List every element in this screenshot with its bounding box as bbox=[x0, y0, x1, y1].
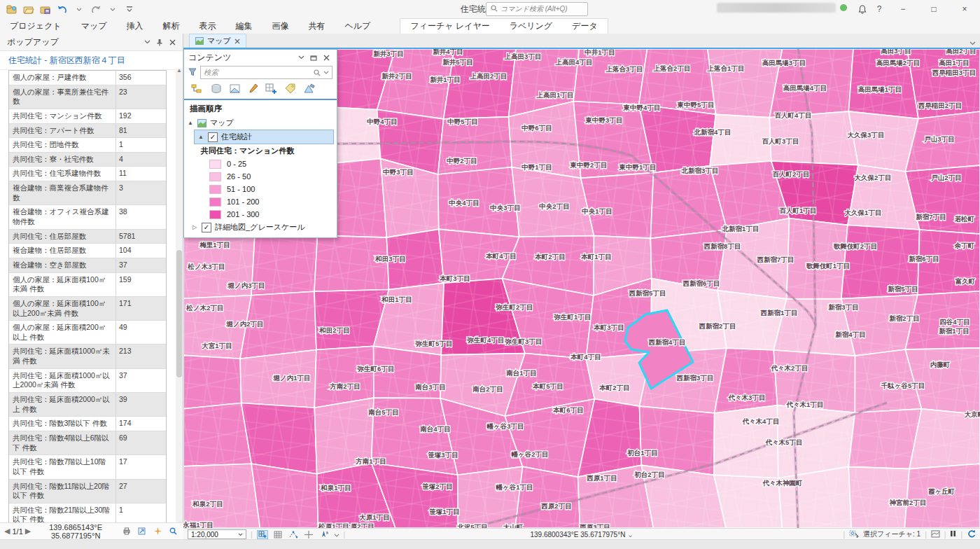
list-by-selection-icon[interactable] bbox=[230, 83, 241, 96]
expand-collapse-icon[interactable]: ▲ bbox=[187, 120, 194, 126]
ribbon-tab[interactable]: 共有 bbox=[299, 18, 335, 34]
list-by-editing-icon[interactable] bbox=[248, 83, 258, 96]
print-icon[interactable] bbox=[120, 525, 133, 538]
open-project-icon[interactable] bbox=[22, 4, 35, 15]
next-feature-button[interactable]: ▶ bbox=[25, 527, 31, 536]
table-row[interactable]: 共同住宅：階数7階以上10階以下 件数 17 bbox=[9, 455, 166, 479]
undo-button[interactable] bbox=[56, 4, 69, 15]
refresh-button[interactable] bbox=[967, 529, 976, 539]
ribbon-tab[interactable]: プロジェクト bbox=[0, 18, 71, 34]
map-scale-combobox[interactable]: 1:20,000 bbox=[188, 529, 246, 539]
map-canvas[interactable]: 新井3丁目新井4丁目新井5丁目上高田3丁目上高田4丁目中井1丁目上落合3丁目上落… bbox=[183, 49, 980, 528]
float-pane-icon[interactable] bbox=[307, 51, 320, 64]
north-arrow-button[interactable]: N bbox=[318, 530, 330, 539]
pane-menu-chevron-icon[interactable] bbox=[295, 51, 307, 64]
contextual-ribbon-tab[interactable]: ラベリング bbox=[500, 19, 562, 34]
expand-collapse-icon[interactable]: ▲ bbox=[197, 134, 204, 140]
pause-drawing-button[interactable] bbox=[950, 530, 956, 538]
layer-node-selected[interactable]: ▲ ✓ 住宅統計 bbox=[194, 130, 334, 144]
list-by-data-source-icon[interactable] bbox=[211, 83, 223, 96]
table-row[interactable]: 個人の家屋：延床面積200㎡以上 件数 49 bbox=[9, 321, 166, 345]
crosshair-button[interactable] bbox=[303, 530, 314, 539]
close-pane-icon[interactable] bbox=[320, 51, 332, 64]
table-row[interactable]: 共同住宅：階数11階以上20階以下 件数 27 bbox=[9, 480, 166, 503]
map-view-tab[interactable]: マップ bbox=[189, 34, 246, 48]
ribbon-tab[interactable]: 挿入 bbox=[117, 18, 153, 34]
selected-features-count[interactable]: 選択フィーチャ: 1 bbox=[863, 529, 920, 539]
help-icon[interactable]: ? bbox=[871, 2, 888, 16]
contents-search-input[interactable]: 検索 bbox=[200, 66, 332, 79]
filter-funnel-icon[interactable] bbox=[188, 68, 197, 78]
table-row[interactable]: 共同住宅：アパート件数 81 bbox=[9, 124, 166, 139]
new-project-icon[interactable] bbox=[6, 4, 18, 15]
pin-icon[interactable] bbox=[153, 36, 166, 48]
expand-collapse-icon[interactable]: ▷ bbox=[191, 224, 198, 230]
table-row[interactable]: 個人の家屋：戸建件数 356 bbox=[9, 71, 166, 85]
undo-dropdown-chevron-icon[interactable] bbox=[73, 4, 85, 15]
constraints-button[interactable] bbox=[288, 530, 299, 539]
table-row[interactable]: 共同住宅：住居部屋数 5781 bbox=[9, 230, 166, 244]
list-by-perspective-icon[interactable] bbox=[303, 83, 316, 96]
ribbon-tab[interactable]: ヘルプ bbox=[335, 18, 381, 34]
redo-button[interactable] bbox=[90, 4, 102, 15]
table-row[interactable]: 複合建物：オフィス複合系建物件数 38 bbox=[9, 205, 166, 229]
prev-feature-button[interactable]: ◀ bbox=[4, 527, 10, 536]
minimize-button[interactable]: − bbox=[888, 0, 918, 18]
legend-class-row[interactable]: 101 - 200 bbox=[184, 195, 337, 208]
chevron-down-icon[interactable] bbox=[334, 531, 340, 538]
table-row[interactable]: 共同住宅：マンション件数 192 bbox=[9, 109, 166, 124]
ribbon-tab[interactable]: 編集 bbox=[226, 18, 262, 34]
chevron-down-icon[interactable] bbox=[323, 71, 329, 74]
table-row[interactable]: 共同住宅：住宅系建物件数 11 bbox=[9, 167, 166, 181]
table-row[interactable]: 複合建物：商業複合系建物件数 3 bbox=[9, 181, 166, 205]
scroll-up-arrow-icon[interactable]: ▲ bbox=[176, 69, 183, 76]
legend-class-row[interactable]: 201 - 300 bbox=[184, 208, 337, 221]
list-by-labeling-icon[interactable] bbox=[284, 83, 296, 96]
legend-class-row[interactable]: 0 - 25 bbox=[184, 158, 337, 170]
flash-feature-icon[interactable] bbox=[151, 525, 164, 538]
basemap-visibility-checkbox[interactable]: ✓ bbox=[202, 223, 211, 232]
table-row[interactable]: 個人の家屋：延床面積100㎡以上200㎡未満 件数 171 bbox=[9, 297, 166, 321]
scrollbar-thumb[interactable] bbox=[176, 250, 182, 377]
tree-node-map[interactable]: ▲ マップ bbox=[184, 116, 337, 130]
list-by-drawing-order-icon[interactable] bbox=[191, 83, 204, 96]
table-row[interactable]: 共同住宅：階数4階以上6階以下 件数 69 bbox=[9, 431, 166, 455]
ribbon-tab[interactable]: 表示 bbox=[190, 18, 226, 34]
popup-feature-title[interactable]: 住宅統計 - 新宿区西新宿４丁目 bbox=[0, 51, 183, 70]
layer-visibility-checkbox[interactable]: ✓ bbox=[208, 132, 218, 142]
maximize-button[interactable]: □ bbox=[918, 0, 949, 18]
ribbon-tab[interactable]: 解析 bbox=[153, 18, 190, 34]
table-row[interactable]: 共同住宅：延床面積1000㎡未満 件数 213 bbox=[9, 345, 166, 368]
list-by-snapping-icon[interactable] bbox=[265, 83, 277, 96]
account-info[interactable] bbox=[717, 3, 847, 13]
table-row[interactable]: 個人の家屋：事業所兼住宅件数 23 bbox=[9, 85, 166, 109]
redo-dropdown-chevron-icon[interactable] bbox=[106, 4, 119, 15]
save-project-icon[interactable] bbox=[39, 4, 52, 15]
map-extent-icon[interactable] bbox=[931, 530, 940, 539]
table-row[interactable]: 個人の家屋：延床面積100㎡未満 件数 159 bbox=[9, 273, 166, 297]
table-row[interactable]: 共同住宅：階数21階以上30階以下 件数 1 bbox=[9, 503, 166, 522]
legend-class-row[interactable]: 26 - 50 bbox=[184, 170, 337, 183]
command-search-box[interactable]: コマンド検索 (Alt+Q) bbox=[486, 2, 588, 16]
close-tab-icon[interactable] bbox=[234, 39, 240, 44]
table-row[interactable]: 複合建物：住居部屋数 104 bbox=[9, 244, 166, 258]
table-row[interactable]: 複合建物：空き部屋数 37 bbox=[9, 258, 166, 273]
contextual-ribbon-tab[interactable]: フィーチャ レイヤー bbox=[400, 19, 499, 34]
table-row[interactable]: 共同住宅：寮・社宅件数 4 bbox=[9, 153, 166, 167]
notifications-bell-icon[interactable] bbox=[854, 2, 871, 16]
tab-overflow-chevron-icon[interactable] bbox=[969, 36, 976, 48]
contextual-ribbon-tab[interactable]: データ bbox=[562, 19, 608, 34]
legend-class-row[interactable]: 51 - 100 bbox=[184, 183, 337, 195]
table-row[interactable]: 共同住宅：延床面積2000㎡以上 件数 39 bbox=[9, 393, 166, 417]
ribbon-tab[interactable]: マップ bbox=[71, 18, 117, 34]
close-pane-icon[interactable] bbox=[166, 36, 178, 48]
table-row[interactable]: 共同住宅：階数3階以下 件数 174 bbox=[9, 417, 166, 431]
grid-toggle-button[interactable] bbox=[272, 530, 284, 539]
export-map-icon[interactable] bbox=[136, 525, 148, 538]
basemap-node[interactable]: ▷ ✓ 詳細地図_グレースケール bbox=[188, 221, 337, 234]
snapping-toggle-button[interactable] bbox=[257, 530, 268, 539]
close-button[interactable]: × bbox=[949, 0, 980, 18]
zoom-to-feature-icon[interactable] bbox=[167, 525, 179, 538]
popup-scrollbar[interactable]: ▲ bbox=[176, 69, 183, 522]
ribbon-tab[interactable]: 画像 bbox=[262, 18, 299, 34]
